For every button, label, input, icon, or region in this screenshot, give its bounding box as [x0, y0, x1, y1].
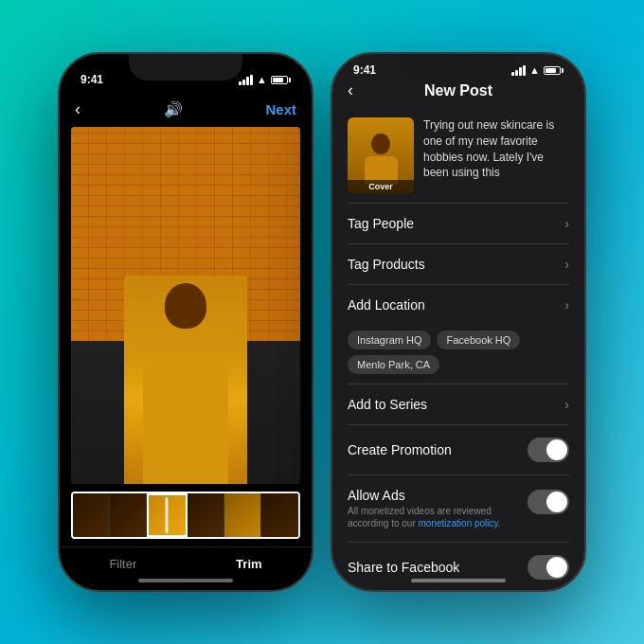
frame-2: [110, 493, 147, 537]
cover-label: Cover: [348, 180, 414, 193]
home-indicator-1: [138, 579, 233, 582]
toggle-create-promotion[interactable]: [528, 438, 569, 462]
new-post-title: New Post: [424, 82, 492, 99]
phone1-nav: ‹ 🔊 Next: [60, 96, 312, 127]
share-facebook-label: Share to Facebook: [348, 560, 459, 575]
thumb-person: [362, 130, 400, 182]
allow-ads-content: Allow Ads All monetized videos are revie…: [348, 488, 528, 529]
location-tag-0[interactable]: Instagram HQ: [348, 331, 431, 349]
back-icon-1[interactable]: ‹: [75, 99, 80, 119]
post-caption[interactable]: Trying out new skincare is one of my new…: [423, 117, 569, 181]
chevron-tag-products: ›: [564, 257, 569, 272]
tab-filter[interactable]: Filter: [109, 557, 136, 571]
wifi-icon-1: ▲: [257, 74, 267, 85]
toggle-share-facebook[interactable]: [528, 555, 569, 580]
menu-item-add-to-series[interactable]: Add to Series ›: [332, 385, 584, 424]
menu-item-add-location[interactable]: Add Location ›: [332, 285, 584, 325]
wifi-icon-2: ▲: [529, 64, 540, 76]
frame-3-active: [147, 493, 187, 537]
notch-1: [129, 54, 242, 80]
frame-4: [188, 493, 224, 537]
battery-icon-1: [271, 76, 291, 84]
phone1-tabs: Filter Trim: [60, 546, 312, 590]
allow-ads-label: Allow Ads: [348, 488, 528, 503]
create-promotion-label: Create Promotion: [348, 442, 452, 457]
phone-1-video-editor: 9:41 ▲: [58, 52, 313, 592]
person-figure: [124, 276, 247, 484]
tag-people-label: Tag People: [348, 216, 414, 231]
next-button[interactable]: Next: [265, 101, 296, 117]
timeline-area: [60, 484, 312, 546]
timeline-strip[interactable]: [71, 492, 300, 539]
add-location-label: Add Location: [348, 297, 425, 313]
menu-item-tag-products[interactable]: Tag Products ›: [332, 244, 584, 284]
location-tag-2[interactable]: Menlo Park, CA: [348, 355, 439, 374]
time-2: 9:41: [353, 63, 376, 77]
time-1: 9:41: [80, 73, 103, 86]
signal-icon-1: [239, 75, 253, 85]
home-indicator-2: [411, 579, 506, 582]
status-icons-1: ▲: [239, 74, 291, 85]
chevron-tag-people: ›: [564, 216, 569, 231]
video-area: [71, 127, 300, 484]
frame-1: [73, 493, 110, 537]
notch-2: [402, 54, 515, 80]
allow-ads-sub: All monetized videos are reviewed accord…: [348, 505, 528, 529]
phone-2-new-post: 9:41 ▲: [331, 52, 586, 592]
tag-products-label: Tag Products: [348, 257, 425, 272]
sound-icon[interactable]: 🔊: [164, 100, 183, 118]
location-tags: Instagram HQ Facebook HQ Menlo Park, CA: [332, 325, 584, 384]
frame-6: [261, 493, 298, 537]
menu-item-share-facebook[interactable]: Share to Facebook: [332, 543, 584, 590]
chevron-add-location: ›: [564, 297, 569, 313]
menu-section: Tag People › Tag Products › Add Location…: [332, 203, 584, 590]
back-icon-2[interactable]: ‹: [348, 80, 353, 100]
cover-thumbnail[interactable]: Cover: [348, 117, 414, 193]
location-tag-1[interactable]: Facebook HQ: [437, 331, 520, 349]
battery-icon-2: [544, 66, 564, 75]
menu-item-allow-ads[interactable]: Allow Ads All monetized videos are revie…: [332, 475, 584, 542]
phone2-nav: ‹ New Post: [332, 77, 584, 108]
toggle-allow-ads[interactable]: [528, 490, 569, 514]
post-preview: Cover Trying out new skincare is one of …: [332, 108, 584, 203]
menu-item-create-promotion[interactable]: Create Promotion: [332, 425, 584, 474]
frame-5: [224, 493, 261, 537]
chevron-add-to-series: ›: [564, 397, 569, 412]
monetization-policy-link[interactable]: monetization policy: [419, 518, 498, 528]
tab-trim[interactable]: Trim: [236, 557, 261, 571]
menu-item-tag-people[interactable]: Tag People ›: [332, 204, 584, 243]
add-to-series-label: Add to Series: [348, 397, 427, 412]
status-icons-2: ▲: [511, 64, 564, 76]
